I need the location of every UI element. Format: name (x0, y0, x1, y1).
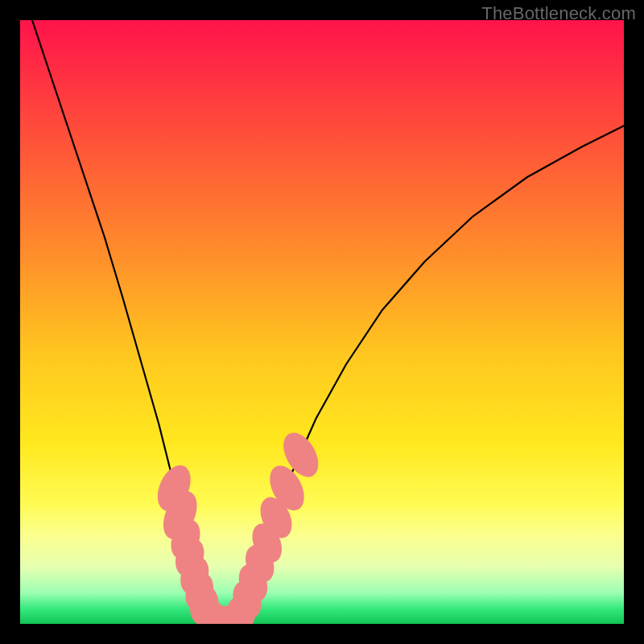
curve-layer (20, 20, 624, 624)
bottleneck-curve (32, 20, 624, 623)
v-curve (32, 20, 624, 623)
data-markers (151, 427, 326, 624)
watermark-label: TheBottleneck.com (481, 3, 636, 24)
chart-stage: TheBottleneck.com (0, 0, 644, 644)
plot-area (20, 20, 624, 624)
